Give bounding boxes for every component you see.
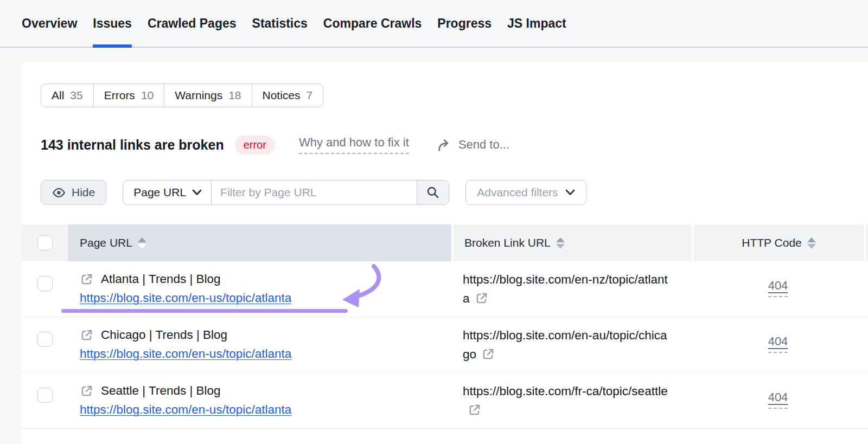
table-controls: Hide Page URL Advanced filters xyxy=(41,180,868,205)
sort-icon xyxy=(807,237,816,249)
count-badge: 7 xyxy=(307,89,313,102)
page-url-link[interactable]: https://blog.site.com/en-us/topic/atlant… xyxy=(80,400,291,419)
page-url-link[interactable]: https://blog.site.com/en-us/topic/atlant… xyxy=(80,288,291,307)
row-checkbox[interactable] xyxy=(37,332,53,347)
count-badge: 10 xyxy=(141,89,154,102)
advanced-filters-button[interactable]: Advanced filters xyxy=(465,180,586,205)
select-all-checkbox[interactable] xyxy=(37,235,53,250)
issues-card: All 35 Errors 10 Warnings 18 Notices 7 1… xyxy=(22,62,868,444)
column-header-page-url[interactable]: Page URL xyxy=(68,224,451,261)
search-button[interactable] xyxy=(417,181,449,204)
tab-js-impact[interactable]: JS Impact xyxy=(507,0,566,47)
annotation-underline xyxy=(61,309,348,313)
row-checkbox[interactable] xyxy=(37,276,53,291)
http-code-link[interactable]: 404 xyxy=(768,390,788,409)
search-icon xyxy=(426,185,440,200)
error-badge: error xyxy=(235,136,275,155)
send-arrow-icon xyxy=(437,138,452,152)
tab-progress[interactable]: Progress xyxy=(437,0,492,47)
issue-heading-row: 143 internal links are broken error Why … xyxy=(41,134,868,155)
table-row: Chicago | Trends | Blog https://blog.sit… xyxy=(22,317,868,373)
broken-link-url: https://blog.site.com/en-nz/topic/atlant… xyxy=(463,273,668,305)
eye-icon xyxy=(52,186,66,200)
column-header-http-code[interactable]: HTTP Code xyxy=(692,224,864,261)
http-code-link[interactable]: 404 xyxy=(768,279,788,297)
table-header: Page URL Broken Link URL HTTP Code xyxy=(22,224,868,261)
filter-column-selector[interactable]: Page URL xyxy=(123,181,212,204)
page-title: Chicago | Trends | Blog xyxy=(101,326,227,344)
hide-button[interactable]: Hide xyxy=(41,180,106,205)
filter-warnings[interactable]: Warnings 18 xyxy=(164,84,252,107)
filter-group: Page URL xyxy=(123,180,449,205)
issue-title: 143 internal links are broken xyxy=(41,137,224,153)
external-link-icon[interactable] xyxy=(80,384,94,398)
tab-compare-crawls[interactable]: Compare Crawls xyxy=(323,0,422,47)
http-code-link[interactable]: 404 xyxy=(768,334,788,353)
broken-link-url: https://blog.site.com/fr-ca/topic/seattl… xyxy=(463,384,668,398)
select-all-cell xyxy=(22,224,68,261)
filter-all[interactable]: All 35 xyxy=(41,84,94,107)
filter-errors[interactable]: Errors 10 xyxy=(94,84,165,107)
page-title: Atlanta | Trends | Blog xyxy=(101,270,221,288)
sort-icon xyxy=(556,237,565,249)
why-how-to-fix-link[interactable]: Why and how to fix it xyxy=(299,136,409,154)
sort-icon xyxy=(138,237,146,249)
external-link-icon[interactable] xyxy=(80,328,94,342)
column-header-broken-link-url[interactable]: Broken Link URL xyxy=(451,224,692,261)
page-title: Seattle | Trends | Blog xyxy=(101,382,221,400)
tab-overview[interactable]: Overview xyxy=(22,0,77,47)
row-checkbox[interactable] xyxy=(37,388,53,403)
table-row: Seattle | Trends | Blog https://blog.sit… xyxy=(22,373,868,429)
filter-notices[interactable]: Notices 7 xyxy=(252,84,323,107)
count-badge: 18 xyxy=(228,89,241,102)
external-link-icon[interactable] xyxy=(80,272,94,286)
tab-crawled-pages[interactable]: Crawled Pages xyxy=(148,0,237,47)
table-row: Atlanta | Trends | Blog https://blog.sit… xyxy=(22,261,868,317)
active-tab-indicator xyxy=(93,44,132,48)
table-header-extra xyxy=(864,224,868,261)
page-url-link[interactable]: https://blog.site.com/en-us/topic/atlant… xyxy=(80,344,291,363)
external-link-icon[interactable] xyxy=(468,403,482,417)
top-navigation: Overview Issues Crawled Pages Statistics… xyxy=(0,0,868,48)
filter-input[interactable] xyxy=(212,181,417,204)
chevron-down-icon xyxy=(565,189,575,196)
tab-statistics[interactable]: Statistics xyxy=(252,0,308,47)
count-badge: 35 xyxy=(70,89,82,102)
tab-issues[interactable]: Issues xyxy=(93,0,132,47)
chevron-down-icon xyxy=(192,189,202,196)
external-link-icon[interactable] xyxy=(481,347,495,361)
external-link-icon[interactable] xyxy=(475,291,489,305)
severity-filter: All 35 Errors 10 Warnings 18 Notices 7 xyxy=(41,83,323,107)
send-to-button[interactable]: Send to... xyxy=(437,138,509,152)
